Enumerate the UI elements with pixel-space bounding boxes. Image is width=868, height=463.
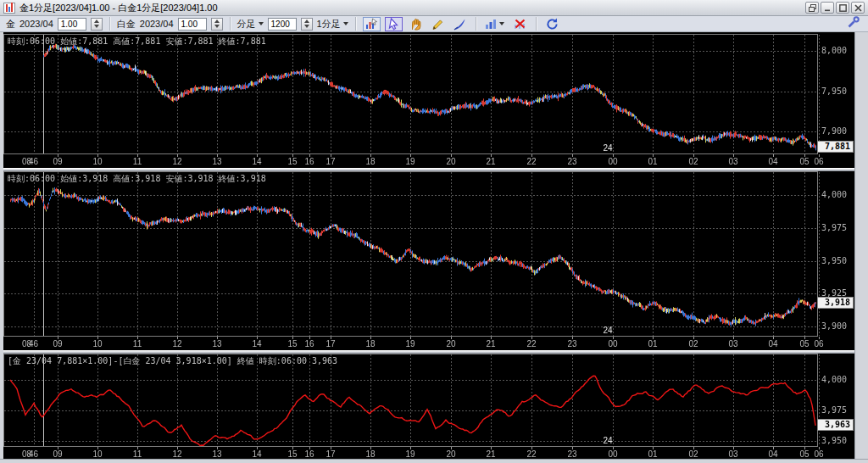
y-axis-label: 7,900	[821, 126, 847, 136]
toolbar-separator	[355, 17, 356, 31]
spin-up-icon	[94, 20, 99, 23]
spin-up-icon	[304, 20, 309, 23]
bar-chart-icon	[485, 18, 497, 30]
window-controls	[805, 2, 865, 14]
chart-cursor-tool-button[interactable]	[363, 17, 381, 31]
y-axis-label: 4,000	[821, 190, 847, 199]
brush-draw-tool-button[interactable]	[451, 17, 469, 31]
toolbar: 金 2023/04 白金 2023/04 分足 1分足	[0, 16, 868, 32]
window-right-border	[854, 32, 868, 463]
gold-ratio-spinner[interactable]	[91, 18, 103, 31]
bar-count-spinner[interactable]	[301, 18, 313, 31]
pencil-draw-tool-button[interactable]	[429, 17, 447, 31]
select-tool-button[interactable]	[385, 17, 403, 31]
gold-contract-month: 2023/04	[19, 19, 53, 29]
last-price-box-gold: 7,881	[817, 141, 854, 153]
close-button[interactable]	[851, 2, 865, 14]
delete-chart-button[interactable]	[511, 17, 529, 31]
period-dropdown[interactable]: 1分足	[317, 18, 348, 31]
gold-candlestick-chart[interactable]	[3, 34, 854, 168]
quill-brush-icon	[453, 18, 466, 31]
pencil-icon	[431, 18, 444, 31]
settings-wrench-icon[interactable]	[848, 16, 860, 31]
hand-icon	[409, 18, 422, 31]
platinum-ratio-input[interactable]	[178, 18, 207, 31]
pane-splitter[interactable]	[3, 168, 854, 171]
y-axis-label: 8,000	[821, 46, 847, 55]
restore-icon	[809, 4, 816, 12]
chevron-down-icon	[499, 22, 504, 25]
toolbar-separator	[536, 17, 537, 31]
float-window-button[interactable]	[805, 2, 819, 14]
minimize-button[interactable]	[821, 2, 834, 14]
pane-splitter[interactable]	[3, 350, 854, 354]
spread-line-chart[interactable]	[3, 354, 854, 459]
bar-type-label: 分足	[237, 18, 256, 31]
last-price-box-spread: 3,963	[817, 419, 854, 431]
y-axis-label: 3,975	[821, 223, 847, 232]
delete-red-x-icon	[514, 18, 526, 30]
bar-count-input[interactable]	[268, 18, 297, 31]
pane-header-spread: [金 23/04 7,881×1.00]-[白金 23/04 3,918×1.0…	[8, 355, 337, 367]
chart-window: 金1分足[2023/04]1.00 - 白金1分足[2023/04]1.00 金…	[0, 0, 868, 463]
maximize-button[interactable]	[836, 2, 849, 14]
window-bottom-border	[0, 459, 868, 463]
platinum-contract-month: 2023/04	[140, 19, 174, 29]
y-axis-label: 3,975	[821, 405, 847, 415]
maximize-icon	[839, 4, 847, 12]
refresh-icon	[546, 18, 559, 31]
chart-type-dropdown-button[interactable]	[483, 17, 507, 31]
period-label: 1分足	[317, 18, 341, 31]
spin-up-icon	[214, 20, 220, 23]
minimize-icon	[824, 4, 832, 12]
toolbar-separator	[109, 17, 110, 31]
platinum-symbol-label: 白金	[117, 18, 136, 31]
chevron-down-icon	[343, 22, 348, 25]
gold-symbol-label: 金	[6, 18, 15, 31]
pan-tool-button[interactable]	[407, 17, 425, 31]
toolbar-separator	[476, 17, 476, 31]
spin-down-icon	[214, 25, 220, 28]
spin-down-icon	[94, 25, 99, 28]
close-icon	[854, 4, 862, 12]
window-title: 金1分足[2023/04]1.00 - 白金1分足[2023/04]1.00	[19, 2, 218, 14]
spin-down-icon	[304, 25, 309, 28]
toolbar-separator	[230, 17, 231, 31]
y-axis-label: 3,925	[821, 288, 847, 298]
pane-header-platinum: 時刻:06:00 始値:3,918 高値:3,918 安値:3,918 終値:3…	[8, 173, 266, 185]
y-axis-label: 3,900	[821, 321, 847, 331]
y-axis-label: 3,950	[821, 256, 847, 265]
y-axis-label: 7,950	[821, 86, 847, 96]
bar-type-dropdown[interactable]: 分足	[237, 18, 264, 31]
last-price-box-platinum: 3,918	[817, 297, 854, 309]
chevron-down-icon	[259, 22, 264, 25]
title-bar: 金1分足[2023/04]1.00 - 白金1分足[2023/04]1.00	[0, 0, 868, 16]
pane-header-gold: 時刻:06:00 始値:7,881 高値:7,881 安値:7,881 終値:7…	[8, 36, 266, 47]
y-axis-label: 4,000	[821, 375, 847, 384]
candlestick-window-icon	[3, 3, 15, 14]
platinum-candlestick-chart[interactable]	[3, 171, 854, 350]
platinum-ratio-spinner[interactable]	[211, 18, 223, 31]
y-axis-label: 3,950	[821, 436, 847, 445]
gold-ratio-input[interactable]	[58, 18, 86, 31]
cursor-arrow-icon	[387, 18, 400, 31]
chart-cursor-icon	[365, 18, 378, 30]
refresh-button[interactable]	[543, 17, 561, 31]
